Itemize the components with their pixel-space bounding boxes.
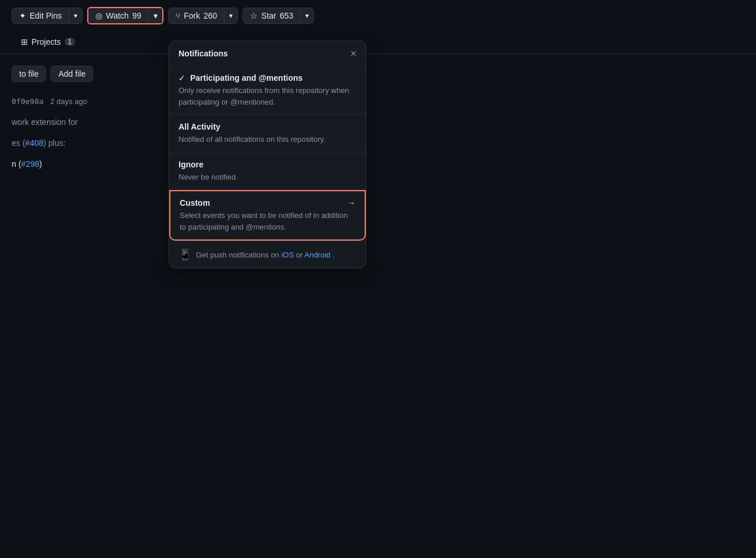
participating-desc: Only receive notifications from this rep… [179, 85, 356, 108]
ignore-title: Ignore [179, 160, 204, 169]
commit-hash: 0f0e98a [12, 97, 44, 106]
custom-header: Custom → [180, 198, 355, 208]
all-activity-desc: Notified of all notifications on this re… [179, 134, 356, 145]
watch-label: Watch [106, 11, 129, 20]
edit-pins-arrow[interactable]: ▾ [69, 8, 82, 23]
issue-298-link[interactable]: #298 [21, 159, 39, 169]
star-count-badge: 653 [280, 11, 293, 20]
notification-item-participating[interactable]: ✓ Participating and @mentions Only recei… [169, 66, 366, 115]
issue-298-text: n (#298) [12, 153, 744, 174]
watch-count-badge: 99 [132, 11, 141, 20]
close-dropdown-button[interactable]: × [350, 48, 356, 59]
notifications-dropdown: Notifications × ✓ Participating and @men… [169, 41, 366, 269]
star-arrow-button[interactable]: ▾ [300, 8, 313, 23]
extension-text: work extension for [12, 112, 744, 133]
dropdown-title: Notifications [179, 49, 228, 58]
star-icon: ☆ [250, 11, 258, 20]
participating-header: ✓ Participating and @mentions [179, 73, 356, 83]
check-icon-participating: ✓ [179, 73, 186, 83]
fork-button-group: ⑂ Fork 260 ▾ [168, 8, 238, 24]
participating-title: Participating and @mentions [190, 73, 302, 83]
nav-item-projects[interactable]: ⊞ Projects 1 [12, 31, 84, 53]
all-activity-title: All Activity [179, 122, 220, 131]
all-activity-header: All Activity [179, 122, 356, 131]
projects-count-badge: 1 [65, 38, 76, 46]
projects-label: Projects [31, 37, 61, 46]
watch-arrow-button[interactable]: ▾ [148, 8, 162, 23]
watch-main-button[interactable]: ◎ Watch 99 [88, 8, 148, 23]
star-label: Star [261, 11, 276, 20]
notification-item-all-activity[interactable]: All Activity Notified of all notificatio… [169, 115, 366, 153]
nav-bar: ⊞ Projects 1 [0, 31, 756, 54]
notification-item-ignore[interactable]: Ignore Never be notified. [169, 153, 366, 191]
custom-desc: Select events you want to be notified of… [180, 210, 355, 233]
edit-pins-button[interactable]: ✦ Edit Pins ▾ [12, 8, 83, 24]
fork-count-badge: 260 [204, 11, 217, 20]
ignore-header: Ignore [179, 160, 356, 169]
notification-item-custom[interactable]: Custom → Select events you want to be no… [169, 190, 366, 241]
to-file-label: to file [19, 69, 38, 78]
pin-icon: ✦ [19, 11, 26, 20]
star-button-group: ☆ Star 653 ▾ [243, 8, 314, 24]
ignore-desc: Never be notified. [179, 171, 356, 183]
fork-label: Fork [184, 11, 200, 20]
add-file-label: Add file [58, 69, 85, 78]
commit-info: 0f0e98a 2 days ago [12, 91, 744, 112]
fork-main-button[interactable]: ⑂ Fork 260 [169, 8, 224, 23]
edit-pins-label: Edit Pins [30, 11, 62, 20]
fork-arrow-button[interactable]: ▾ [224, 8, 237, 23]
ios-link[interactable]: iOS [281, 251, 294, 259]
issue-408-link[interactable]: #408 [25, 138, 43, 148]
watch-button-group: ◎ Watch 99 ▾ [87, 7, 163, 24]
add-file-button[interactable]: Add file [51, 66, 93, 82]
issue-408-text: es (#408) plus: [12, 133, 744, 153]
fork-icon: ⑂ [176, 11, 180, 20]
phone-icon: 📱 [179, 248, 191, 261]
edit-pins-main[interactable]: ✦ Edit Pins [12, 8, 69, 23]
to-file-button[interactable]: to file [12, 66, 46, 82]
commit-time: 2 days ago [50, 97, 87, 106]
star-main-button[interactable]: ☆ Star 653 [243, 8, 300, 23]
projects-table-icon: ⊞ [21, 37, 28, 46]
custom-title: Custom [180, 198, 210, 208]
dropdown-header: Notifications × [169, 41, 366, 66]
dropdown-footer: 📱 Get push notifications on iOS or Andro… [169, 241, 366, 268]
eye-icon: ◎ [95, 11, 102, 20]
custom-arrow-icon: → [347, 198, 355, 208]
android-link[interactable]: Android [304, 251, 330, 259]
toolbar: ✦ Edit Pins ▾ ◎ Watch 99 ▾ ⑂ Fork 260 ▾ … [0, 0, 756, 31]
footer-text: Get push notifications on iOS or Android… [196, 251, 335, 259]
